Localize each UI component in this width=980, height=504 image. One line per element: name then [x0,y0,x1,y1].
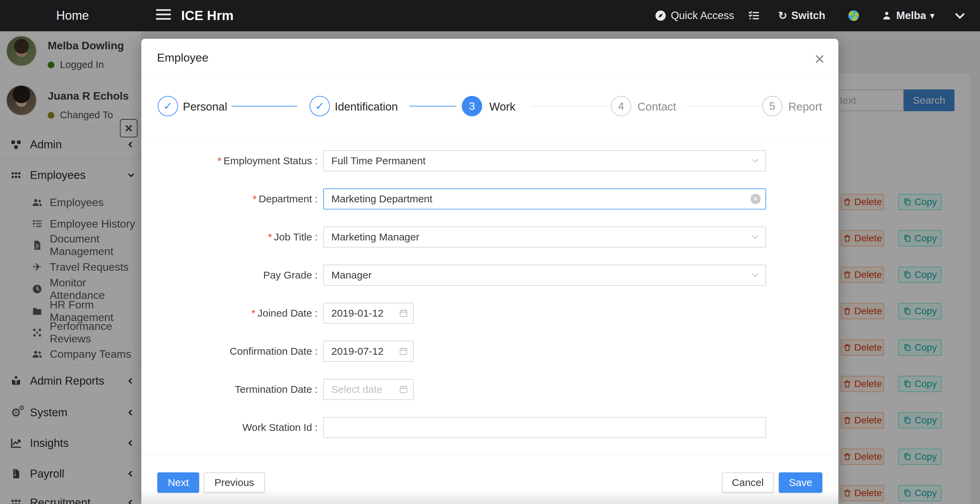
switch-icon: ↻ [778,10,787,21]
calendar-icon [399,309,408,318]
employment-status-select[interactable]: Full Time Permanent [323,150,766,171]
person-icon [881,10,892,21]
close-icon[interactable]: ✕ [810,49,830,70]
step-contact-label: Contact [638,100,676,113]
termination-date-input[interactable]: Select date [323,379,414,400]
quick-access-button[interactable]: Quick Access [654,0,734,31]
field-label-pay-grade: Pay Grade [141,265,318,286]
globe-icon [848,10,860,22]
field-label-work-station-id: Work Station Id [141,417,318,438]
language-globe-button[interactable] [848,0,860,31]
step-personal-label: Personal [183,100,227,113]
cancel-button[interactable]: Cancel [722,472,774,493]
chevron-down-icon [751,273,759,278]
work-station-id-input[interactable] [323,417,766,438]
check-icon: ✓ [164,100,173,113]
field-label-employment-status: *Employment Status [141,150,318,171]
step-work-label: Work [489,100,515,113]
step-identification-circle[interactable]: ✓ [310,96,330,116]
pay-grade-select[interactable]: Manager [323,265,766,286]
field-label-joined-date: *Joined Date [141,303,318,324]
app-brand[interactable]: ICE Hrm [181,0,234,31]
clear-icon[interactable]: ✕ [751,194,761,204]
job-title-select[interactable]: Marketing Manager [323,227,766,247]
compass-icon [654,10,667,22]
calendar-icon [399,385,408,394]
caret-down-icon: ▾ [930,11,934,21]
next-button[interactable]: Next [158,472,199,493]
step-contact-circle[interactable]: 4 [611,96,631,116]
modal-title: Employee [157,51,208,64]
step-work-circle[interactable]: 3 [462,96,482,116]
joined-date-input[interactable]: 2019-01-12 [323,303,414,324]
step-personal-circle[interactable]: ✓ [158,96,178,116]
step-report-circle[interactable]: 5 [762,96,783,116]
task-list-icon[interactable] [748,0,760,31]
user-menu[interactable]: Melba ▾ [881,0,934,31]
check-icon: ✓ [315,100,325,113]
calendar-icon [399,347,408,356]
switch-button[interactable]: ↻ Switch [778,0,826,31]
topbar: Home ICE Hrm Quick Access ↻ Switch [0,0,980,31]
field-label-job-title: *Job Title [141,227,318,247]
chevron-down-icon [751,158,759,163]
field-label-department: *Department [141,189,318,209]
confirmation-date-input[interactable]: 2019-07-12 [323,341,414,362]
field-label-confirmation-date: Confirmation Date [141,341,318,362]
employee-modal: Employee ✕ ✓ Personal ✓ Identification 3… [141,39,838,504]
step-identification-label: Identification [335,100,398,113]
nav-home[interactable]: Home [56,0,89,31]
save-button[interactable]: Save [779,472,822,493]
field-label-termination-date: Termination Date [141,379,318,400]
chevron-down-icon [751,234,759,240]
step-report-label: Report [788,100,822,113]
department-select[interactable]: Marketing Department ✕ [323,189,766,209]
previous-button[interactable]: Previous [204,472,265,493]
screen: Home ICE Hrm Quick Access ↻ Switch [0,0,980,504]
chevron-down-icon[interactable] [953,0,966,31]
hamburger-menu-icon[interactable] [156,9,171,22]
